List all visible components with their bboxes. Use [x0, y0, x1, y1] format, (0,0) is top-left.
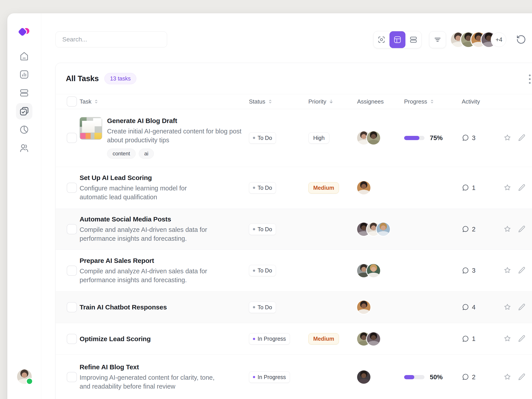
row-checkbox[interactable] [67, 224, 77, 234]
view-toggle-scan[interactable] [374, 31, 389, 48]
edit-button[interactable] [518, 373, 526, 381]
status-badge[interactable]: To Do [249, 182, 276, 194]
favorite-button[interactable] [503, 303, 511, 312]
status-dot [253, 228, 255, 230]
star-icon [503, 303, 511, 311]
avatar-overflow-badge[interactable]: +4 [492, 32, 506, 47]
sidebar-item-team[interactable] [16, 140, 32, 156]
select-all-checkbox[interactable] [67, 96, 77, 107]
row-actions [503, 225, 532, 234]
task-row[interactable]: Prepare AI Sales ReportCompile and analy… [56, 250, 532, 291]
activity-comments[interactable]: 2 [462, 225, 503, 233]
assignee-avatar [357, 181, 370, 194]
priority-badge[interactable]: Medium [308, 333, 339, 344]
status-dot [253, 376, 255, 378]
sort-icon [267, 99, 273, 104]
activity-comments[interactable]: 4 [462, 304, 503, 311]
sidebar [7, 13, 41, 399]
task-row[interactable]: Refine AI Blog TextImproving AI-generate… [56, 355, 532, 399]
status-badge[interactable]: In Progress [249, 372, 290, 383]
task-row[interactable]: Automate Social Media PostsCompile and a… [56, 209, 532, 250]
status-badge[interactable]: In Progress [249, 333, 290, 344]
row-checkbox[interactable] [67, 266, 77, 276]
progress-indicator: 50% [404, 374, 462, 381]
column-header-status[interactable]: Status [249, 98, 308, 105]
sidebar-item-boards[interactable] [16, 85, 32, 101]
activity-comments[interactable]: 3 [462, 134, 503, 142]
task-row[interactable]: Generate AI Blog DraftCreate initial AI-… [56, 109, 532, 167]
task-title: Automate Social Media Posts [80, 215, 216, 223]
favorite-button[interactable] [503, 225, 511, 234]
team-avatars-group[interactable]: +4 [451, 32, 506, 47]
pencil-icon [518, 134, 526, 142]
star-icon [503, 266, 511, 274]
activity-comments[interactable]: 2 [462, 373, 503, 381]
status-dot [253, 137, 255, 139]
status-badge[interactable]: To Do [249, 132, 276, 144]
priority-badge[interactable]: Medium [308, 182, 339, 194]
layout-icon [393, 35, 402, 44]
task-thumbnail [80, 117, 102, 140]
comment-icon [462, 134, 469, 142]
column-label: Progress [404, 98, 427, 105]
row-checkbox[interactable] [67, 372, 77, 382]
main-content: +4 All Tasks 13 tasks TaskStatusPriority… [41, 13, 532, 399]
row-checkbox[interactable] [67, 183, 77, 193]
column-header-task[interactable]: Task [80, 98, 249, 105]
task-description: Improving AI-generated content for clari… [80, 373, 216, 391]
activity-comments[interactable]: 1 [462, 335, 503, 343]
favorite-button[interactable] [503, 373, 511, 381]
assignees-group [357, 301, 404, 314]
task-row[interactable]: Set Up AI Lead ScoringConfigure machine … [56, 167, 532, 209]
edit-button[interactable] [518, 303, 526, 312]
view-toggle-list[interactable] [405, 31, 421, 48]
favorite-button[interactable] [503, 134, 511, 142]
home-icon [19, 51, 29, 61]
sidebar-item-analytics[interactable] [16, 66, 32, 83]
edit-button[interactable] [518, 335, 526, 343]
activity-comments[interactable]: 1 [462, 184, 503, 191]
sort-icon [94, 99, 99, 104]
column-header-assignees[interactable]: Assignees [357, 98, 404, 105]
edit-button[interactable] [518, 184, 526, 192]
row-checkbox[interactable] [67, 133, 77, 143]
star-icon [503, 373, 511, 381]
current-user-avatar[interactable] [17, 369, 32, 384]
app-logo[interactable] [17, 26, 32, 38]
edit-button[interactable] [518, 134, 526, 142]
sidebar-nav [7, 48, 41, 156]
favorite-button[interactable] [503, 335, 511, 343]
view-toggle-table[interactable] [389, 31, 405, 48]
assignees-group [357, 264, 404, 277]
priority-badge[interactable]: High [308, 132, 329, 144]
activity-comments[interactable]: 3 [462, 267, 503, 274]
search-input[interactable] [62, 36, 161, 43]
undo-button[interactable] [516, 34, 526, 45]
sidebar-item-reports[interactable] [16, 121, 32, 138]
status-badge[interactable]: To Do [249, 224, 276, 235]
row-checkbox[interactable] [67, 302, 77, 312]
sidebar-item-tasks[interactable] [16, 103, 32, 120]
edit-button[interactable] [518, 266, 526, 275]
column-header-activity[interactable]: Activity [462, 98, 503, 105]
column-header-priority[interactable]: Priority [308, 98, 357, 105]
more-options-button[interactable] [528, 73, 532, 85]
sidebar-item-home[interactable] [16, 48, 32, 64]
status-badge[interactable]: To Do [249, 302, 276, 313]
filter-button[interactable] [429, 31, 446, 48]
task-row[interactable]: Train AI Chatbot ResponsesTo Do4 [56, 291, 532, 323]
progress-indicator: 75% [404, 134, 462, 142]
filter-icon [433, 35, 442, 44]
task-row[interactable]: Optimize Lead ScoringIn ProgressMedium1 [56, 323, 532, 355]
search-box[interactable] [55, 32, 167, 47]
status-badge[interactable]: To Do [249, 265, 276, 276]
assignees-group [357, 181, 404, 194]
column-header-progress[interactable]: Progress [404, 98, 462, 105]
tag-content: content [107, 149, 136, 159]
row-checkbox[interactable] [67, 334, 77, 344]
edit-button[interactable] [518, 225, 526, 234]
favorite-button[interactable] [503, 266, 511, 275]
progress-percent: 50% [430, 374, 443, 381]
progress-percent: 75% [430, 134, 443, 142]
favorite-button[interactable] [503, 184, 511, 192]
